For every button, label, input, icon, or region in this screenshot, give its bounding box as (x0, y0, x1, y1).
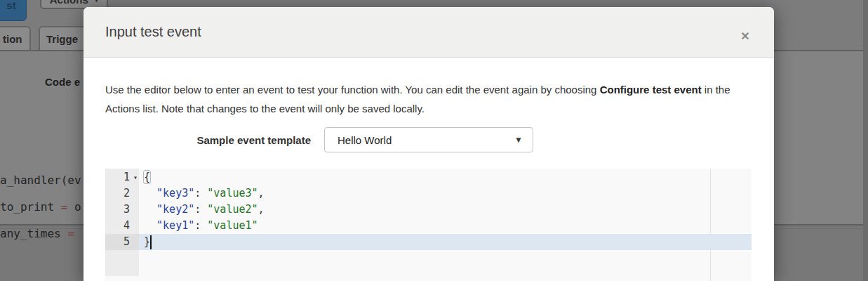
fold-caret-icon[interactable]: ▾ (133, 169, 138, 185)
code-segment: "value1" (207, 219, 258, 232)
code-line[interactable]: "key3": "value3", (139, 185, 752, 202)
tab-configuration[interactable]: tion (0, 26, 31, 50)
code-segment: = (67, 227, 74, 240)
input-test-event-modal: Input test event ✕ Use the editor below … (84, 7, 774, 281)
code-line[interactable]: "key1": "value1" (139, 218, 752, 234)
code-segment: { (143, 170, 151, 184)
sample-event-template-label: Sample event template (105, 134, 311, 146)
code-segment (144, 187, 156, 200)
code-segment: o (67, 200, 81, 214)
gutter-line-number: 3 (105, 202, 139, 218)
code-segment: any_times (0, 227, 67, 240)
code-line[interactable]: } (139, 234, 752, 250)
background-code-line: to_print = o (0, 200, 81, 214)
editor-gutter: 1▾2345 (105, 169, 139, 276)
background-code-line: any_times = (0, 227, 74, 241)
background-code-line: a_handler(ev (0, 174, 81, 188)
modal-header: Input test event ✕ (84, 7, 774, 58)
code-segment: , (258, 187, 265, 200)
page-scrollbar[interactable] (863, 0, 868, 281)
dropdown-caret-icon: ▼ (514, 135, 523, 145)
modal-description: Use the editor below to enter an event t… (105, 80, 758, 118)
code-line[interactable]: { (139, 169, 752, 185)
description-part1: Use the editor below to enter an event t… (105, 84, 600, 96)
code-line[interactable]: "key2": "value2", (139, 202, 752, 218)
description-bold: Configure test event (600, 84, 702, 96)
page: st Actions ▾ tion Trigge Code e a_handle… (0, 0, 868, 281)
modal-title: Input test event (105, 24, 201, 40)
editor-text-cursor (150, 235, 152, 249)
test-button[interactable]: st (0, 0, 27, 21)
code-segment: to_print (0, 200, 61, 214)
sample-event-template-row: Sample event template Hello World ▼ (105, 127, 533, 152)
actions-button-label: Actions (50, 0, 88, 6)
chevron-down-icon: ▾ (95, 0, 99, 4)
code-segment: a_handler(ev (0, 174, 81, 187)
code-segment: : (194, 219, 207, 232)
gutter-line-number: 5 (105, 234, 139, 250)
code-segment (144, 219, 156, 232)
code-segment: "value3" (207, 187, 258, 200)
dropdown-selected-value: Hello World (338, 134, 392, 146)
json-event-editor[interactable]: 1▾2345 { "key3": "value3", "key2": "valu… (105, 169, 752, 281)
tab-label: Trigge (46, 33, 78, 45)
close-icon[interactable]: ✕ (738, 30, 752, 44)
code-segment: : (194, 203, 207, 216)
gutter-line-number: 2 (105, 185, 139, 202)
background-code-editor: a_handler(evto_print = oany_times = (0, 169, 84, 260)
code-segment: = (61, 200, 68, 214)
sample-event-template-dropdown[interactable]: Hello World ▼ (324, 127, 533, 152)
tab-label: tion (3, 33, 22, 45)
code-segment: "value2" (207, 203, 258, 216)
code-segment: "key1" (156, 219, 194, 232)
test-button-label: st (6, 0, 15, 11)
gutter-line-number: 4 (105, 218, 139, 234)
code-segment: "key3" (156, 187, 194, 200)
code-segment: : (194, 187, 207, 200)
code-segment (144, 203, 156, 216)
code-segment: "key2" (156, 203, 194, 216)
gutter-line-number: 1▾ (105, 169, 139, 185)
code-segment: , (258, 203, 265, 216)
code-entry-type-label: Code e (45, 76, 80, 88)
code-segment: } (144, 235, 150, 248)
